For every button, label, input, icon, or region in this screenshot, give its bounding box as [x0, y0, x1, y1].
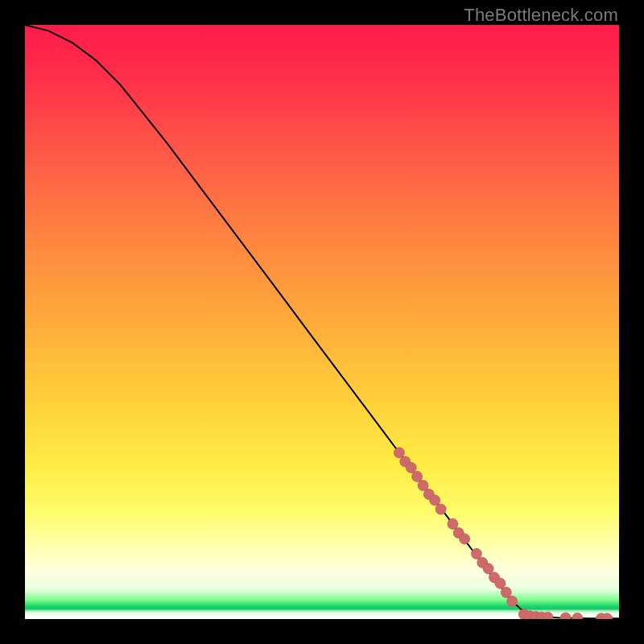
watermark-text: TheBottleneck.com [464, 5, 618, 26]
data-markers [394, 448, 613, 619]
data-marker [412, 471, 423, 481]
data-marker [406, 462, 416, 473]
chart-frame: TheBottleneck.com [0, 0, 644, 644]
bottleneck-curve [25, 25, 619, 618]
data-marker [430, 495, 440, 506]
data-marker [418, 480, 428, 490]
data-marker [572, 613, 583, 619]
data-marker [460, 534, 470, 544]
data-marker [495, 578, 506, 588]
data-marker [471, 548, 481, 559]
data-marker [436, 504, 446, 514]
data-marker [448, 518, 458, 529]
data-marker [501, 587, 511, 597]
chart-overlay [25, 25, 619, 619]
data-marker [507, 596, 518, 606]
data-marker [394, 448, 404, 458]
data-marker [560, 613, 571, 619]
plot-area [25, 25, 619, 619]
data-marker [483, 564, 493, 574]
